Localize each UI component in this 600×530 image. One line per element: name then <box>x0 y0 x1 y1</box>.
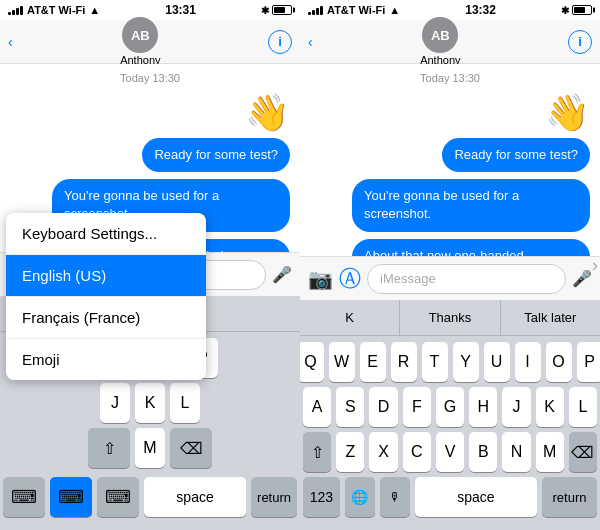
pred-item-2[interactable] <box>201 296 300 331</box>
right-message-group: Ready for some test? You're gonna be use… <box>310 138 590 256</box>
battery-fill <box>274 7 285 13</box>
key-L[interactable]: L <box>569 387 597 427</box>
right-return-key[interactable]: return <box>542 477 597 517</box>
keyboard-menu-french[interactable]: Français (France) <box>6 297 206 339</box>
right-avatar: AB <box>422 17 458 53</box>
left-back-button[interactable]: ‹ <box>8 34 13 50</box>
right-back-chevron-icon: ‹ <box>308 34 313 50</box>
key-Q[interactable]: Q <box>300 342 324 382</box>
left-row-2: J K L <box>3 383 297 423</box>
key-S[interactable]: S <box>336 387 364 427</box>
key-G[interactable]: G <box>436 387 464 427</box>
key-W[interactable]: W <box>329 342 355 382</box>
keyboard-menu-emoji[interactable]: Emoji <box>6 339 206 380</box>
key-j[interactable]: J <box>100 383 130 423</box>
right-wifi-icon: ▲ <box>389 4 400 16</box>
right-row-3: ⇧ Z X C V B N M ⌫ <box>303 432 597 472</box>
key-R[interactable]: R <box>391 342 417 382</box>
left-timestamp: Today 13:30 <box>10 72 290 84</box>
kb-icon-3[interactable]: ⌨ <box>97 477 139 517</box>
key-N[interactable]: N <box>502 432 530 472</box>
left-panel: AT&T Wi-Fi ▲ 13:31 ✱ ‹ AB Anthony i <box>0 0 300 530</box>
right-bubble-1: Ready for some test? <box>442 138 590 172</box>
key-O[interactable]: O <box>546 342 572 382</box>
key-X[interactable]: X <box>369 432 397 472</box>
right-keyboard-area: K Thanks Talk later Q W E R T Y U I O P <box>300 300 600 530</box>
key-U[interactable]: U <box>484 342 510 382</box>
key-T[interactable]: T <box>422 342 448 382</box>
right-pred-k[interactable]: K <box>300 300 400 335</box>
right-input-placeholder: iMessage <box>380 271 436 286</box>
right-row-2: A S D F G H J K L <box>303 387 597 427</box>
apps-button[interactable]: Ⓐ <box>339 264 361 294</box>
shift-key[interactable]: ⇧ <box>88 428 130 468</box>
right-input-bar: 📷 Ⓐ iMessage 🎤 <box>300 256 600 300</box>
kb-icon-1[interactable]: ⌨ <box>3 477 45 517</box>
right-delete-key[interactable]: ⌫ <box>569 432 597 472</box>
right-row-4: 123 🌐 🎙 space return <box>303 477 597 517</box>
delete-key[interactable]: ⌫ <box>170 428 212 468</box>
left-mic-button[interactable]: 🎤 <box>272 265 292 284</box>
right-nav-bar: ‹ AB Anthony i <box>300 20 600 64</box>
left-status-right: ✱ <box>261 5 292 16</box>
camera-button[interactable]: 📷 <box>308 267 333 291</box>
key-I[interactable]: I <box>515 342 541 382</box>
key-k[interactable]: K <box>135 383 165 423</box>
right-num-key[interactable]: 123 <box>303 477 340 517</box>
right-nav-center: AB Anthony <box>420 17 460 66</box>
key-Z[interactable]: Z <box>336 432 364 472</box>
key-F[interactable]: F <box>403 387 431 427</box>
key-A[interactable]: A <box>303 387 331 427</box>
left-info-button[interactable]: i <box>268 30 292 54</box>
key-H[interactable]: H <box>469 387 497 427</box>
right-row-1: Q W E R T Y U I O P <box>303 342 597 382</box>
right-status-right: ✱ <box>561 5 592 16</box>
left-keyboard-area: Keyboard Settings... English (US) França… <box>0 296 300 530</box>
key-D[interactable]: D <box>369 387 397 427</box>
left-bottom-padding <box>0 522 300 530</box>
left-keyboard-bottom: ⌨ ⌨ ⌨ space return <box>0 477 300 517</box>
keyboard-menu-settings[interactable]: Keyboard Settings... <box>6 213 206 255</box>
key-P[interactable]: P <box>577 342 601 382</box>
key-V[interactable]: V <box>436 432 464 472</box>
left-return-key[interactable]: return <box>251 477 297 517</box>
right-message-input[interactable]: iMessage <box>367 264 566 294</box>
right-emoji-key[interactable]: 🌐 <box>345 477 375 517</box>
right-bottom-padding <box>300 526 600 530</box>
left-row-3: ⇧ M ⌫ <box>3 428 297 468</box>
wifi-icon: ▲ <box>89 4 100 16</box>
key-C[interactable]: C <box>403 432 431 472</box>
right-back-button[interactable]: ‹ <box>308 34 313 50</box>
key-M[interactable]: M <box>536 432 564 472</box>
right-panel: AT&T Wi-Fi ▲ 13:32 ✱ ‹ AB Anthony i <box>300 0 600 530</box>
right-mic-button[interactable]: 🎤 <box>572 269 592 288</box>
right-phone-panel: AT&T Wi-Fi ▲ 13:32 ✱ ‹ AB Anthony i <box>300 0 600 530</box>
kb-icon-2[interactable]: ⌨ <box>50 477 92 517</box>
right-shift-key[interactable]: ⇧ <box>303 432 331 472</box>
left-nav-center: AB Anthony <box>120 17 160 66</box>
right-mic-key[interactable]: 🎙 <box>380 477 410 517</box>
right-wave-emoji: 👋 <box>310 92 590 134</box>
key-B[interactable]: B <box>469 432 497 472</box>
keyboard-menu-english[interactable]: English (US) <box>6 255 206 297</box>
key-l[interactable]: L <box>170 383 200 423</box>
key-K[interactable]: K <box>536 387 564 427</box>
right-info-button[interactable]: i <box>568 30 592 54</box>
key-J[interactable]: J <box>502 387 530 427</box>
right-bluetooth-icon: ✱ <box>561 5 569 16</box>
key-m[interactable]: M <box>135 428 165 468</box>
bluetooth-icon: ✱ <box>261 5 269 16</box>
right-space-key[interactable]: space <box>415 477 537 517</box>
left-space-key[interactable]: space <box>144 477 246 517</box>
key-Y[interactable]: Y <box>453 342 479 382</box>
right-pred-thanks[interactable]: Thanks <box>400 300 500 335</box>
right-pred-later[interactable]: Talk later <box>501 300 600 335</box>
right-keyboard-rows: Q W E R T Y U I O P A S D F G H <box>300 336 600 526</box>
right-bubble-3: About that new one-handed keyboard.... <box>352 239 590 256</box>
left-nav-bar: ‹ AB Anthony i <box>0 20 300 64</box>
key-E[interactable]: E <box>360 342 386 382</box>
left-bubble-1: Ready for some test? <box>142 138 290 172</box>
battery-icon <box>272 5 292 15</box>
right-status-left: AT&T Wi-Fi ▲ <box>308 4 400 16</box>
right-swipe-indicator: › <box>592 255 598 276</box>
